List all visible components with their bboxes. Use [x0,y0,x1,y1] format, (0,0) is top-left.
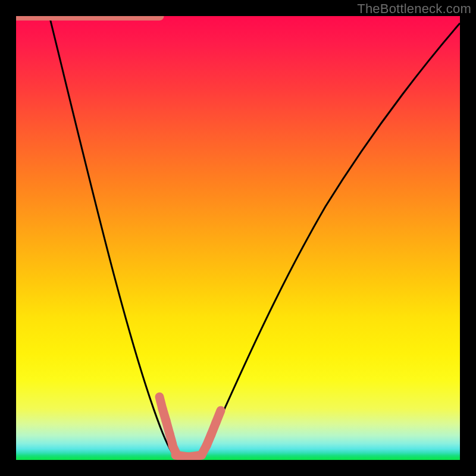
plot-area [16,16,460,460]
heat-gradient [16,16,460,460]
watermark-text: TheBottleneck.com [357,1,471,17]
chart-frame: TheBottleneck.com [0,0,476,476]
